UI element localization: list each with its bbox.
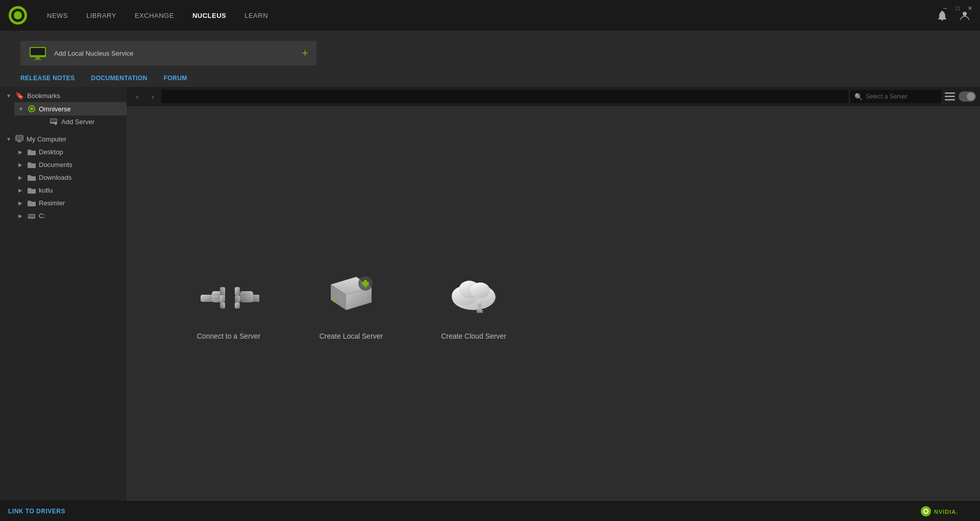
sidebar-my-computer-label: My Computer (27, 135, 122, 143)
chevron-right-icon-kutlu: ▶ (18, 187, 24, 193)
cards-area: Connect to a Server (127, 107, 980, 500)
svg-rect-8 (34, 59, 42, 60)
sidebar-resimler-label: Resimler (39, 199, 122, 207)
service-label: Add Local Nucleus Service (54, 50, 295, 57)
folder-icon-desktop (28, 149, 36, 156)
chevron-right-icon-c: ▶ (18, 213, 24, 219)
chevron-right-icon-downloads: ▶ (18, 175, 24, 180)
svg-rect-30 (220, 295, 225, 302)
nav-item-exchange[interactable]: EXCHANGE (132, 10, 177, 21)
svg-rect-29 (220, 287, 225, 295)
chevron-down-icon-omniverse: ▼ (18, 106, 24, 112)
sidebar-desktop-label: Desktop (39, 148, 122, 156)
svg-rect-57 (478, 312, 479, 313)
connect-to-server-card[interactable]: Connect to a Server (188, 267, 270, 340)
svg-rect-37 (235, 295, 240, 302)
sidebar-item-downloads[interactable]: ▶ Downloads (14, 171, 127, 184)
nav-item-library[interactable]: LIBRARY (83, 10, 119, 21)
minimize-button[interactable]: ─ (941, 4, 949, 12)
svg-rect-50 (362, 282, 369, 285)
sidebar-omniverse-label: Omniverse (39, 105, 122, 113)
sidebar-downloads-label: Downloads (39, 174, 122, 181)
link-to-drivers[interactable]: LINK TO DRIVERS (8, 508, 65, 515)
svg-rect-38 (235, 302, 240, 309)
sidebar-add-server-label: Add Server (61, 118, 122, 126)
folder-icon-documents (28, 161, 36, 169)
forum-link[interactable]: FORUM (164, 75, 187, 82)
computer-icon (15, 135, 23, 143)
nav-item-news[interactable]: NEWS (44, 10, 71, 21)
release-notes-link[interactable]: RELEASE NOTES (20, 75, 75, 82)
tree-section-my-computer: ▼ My Computer ▶ (0, 130, 127, 224)
create-cloud-server-label: Create Cloud Server (441, 332, 506, 340)
maximize-button[interactable]: □ (953, 4, 962, 12)
create-cloud-server-card[interactable]: Create Cloud Server (433, 267, 514, 340)
svg-rect-3 (941, 19, 943, 20)
folder-icon-downloads (28, 174, 36, 181)
chevron-down-icon-computer: ▼ (6, 136, 12, 142)
svg-point-11 (30, 107, 33, 110)
search-input[interactable] (866, 93, 937, 100)
topbar: ─ □ ✕ NEWS LIBRARY EXCHANGE NUCLEUS LEAR… (0, 0, 980, 31)
chevron-right-icon-desktop: ▶ (18, 149, 24, 155)
chevron-down-icon: ▼ (6, 93, 12, 99)
sidebar-item-kutlu[interactable]: ▶ kutlu (14, 184, 127, 197)
window-controls: ─ □ ✕ (941, 4, 974, 12)
folder-icon-resimler (28, 200, 36, 207)
sidebar-item-documents[interactable]: ▶ Documents (14, 158, 127, 171)
svg-point-4 (963, 12, 967, 16)
service-icon (29, 46, 47, 60)
nav-item-learn[interactable]: LEARN (241, 10, 271, 21)
sidebar-item-bookmarks[interactable]: ▼ 🔖 Bookmarks (0, 89, 127, 102)
bookmark-icon: 🔖 (15, 91, 24, 100)
svg-rect-19 (18, 140, 20, 141)
svg-text:NVIDIA.: NVIDIA. (934, 509, 958, 515)
service-bar: Add Local Nucleus Service + (0, 31, 980, 69)
links-bar: RELEASE NOTES DOCUMENTATION FORUM (0, 69, 980, 87)
tree-grandchild-omniverse: ▶ Add Server (14, 115, 127, 128)
sidebar-c-drive-label: C: (39, 212, 122, 220)
svg-point-14 (51, 122, 52, 123)
svg-rect-20 (17, 141, 21, 142)
back-button[interactable]: ‹ (131, 90, 144, 103)
svg-rect-24 (945, 92, 955, 94)
sidebar-item-resimler[interactable]: ▶ Resimler (14, 197, 127, 209)
svg-rect-58 (481, 312, 483, 313)
sidebar-item-omniverse[interactable]: ▼ Omniverse (14, 102, 127, 115)
sidebar: ▼ 🔖 Bookmarks ▼ (0, 87, 127, 501)
forward-button[interactable]: › (146, 90, 159, 103)
add-local-nucleus-service[interactable]: Add Local Nucleus Service + (20, 41, 316, 65)
path-input[interactable] (161, 90, 848, 103)
close-button[interactable]: ✕ (966, 4, 974, 12)
sidebar-item-add-server[interactable]: ▶ Add Server (37, 115, 127, 128)
drive-icon (28, 212, 36, 220)
search-bar: 🔍 (850, 90, 941, 103)
svg-rect-18 (16, 136, 22, 140)
connect-to-server-label: Connect to a Server (197, 332, 261, 340)
server-icon (321, 267, 382, 323)
svg-point-47 (333, 299, 336, 302)
sidebar-item-desktop[interactable]: ▶ Desktop (14, 146, 127, 158)
svg-point-54 (471, 282, 490, 298)
folder-icon-kutlu (28, 187, 36, 194)
service-add-button[interactable]: + (302, 48, 308, 59)
svg-point-2 (14, 11, 22, 19)
menu-button[interactable] (943, 90, 957, 103)
sidebar-item-c-drive[interactable]: ▶ C: (14, 209, 127, 222)
svg-rect-13 (51, 119, 57, 122)
main-content: ‹ › 🔍 (127, 87, 980, 501)
app-logo (8, 6, 28, 25)
sidebar-documents-label: Documents (39, 161, 122, 169)
documentation-link[interactable]: DOCUMENTATION (91, 75, 148, 82)
main-area: ▼ 🔖 Bookmarks ▼ (0, 87, 980, 501)
search-icon: 🔍 (854, 93, 863, 101)
sidebar-item-my-computer[interactable]: ▼ My Computer (0, 132, 127, 146)
nav-item-nucleus[interactable]: NUCLEUS (189, 10, 229, 21)
cloud-icon (443, 267, 504, 323)
svg-rect-26 (945, 99, 955, 101)
sidebar-kutlu-label: kutlu (39, 186, 122, 194)
view-toggle[interactable] (959, 91, 976, 102)
svg-rect-35 (240, 291, 253, 302)
create-local-server-card[interactable]: Create Local Server (310, 267, 392, 340)
chevron-right-icon-resimler: ▶ (18, 200, 24, 206)
